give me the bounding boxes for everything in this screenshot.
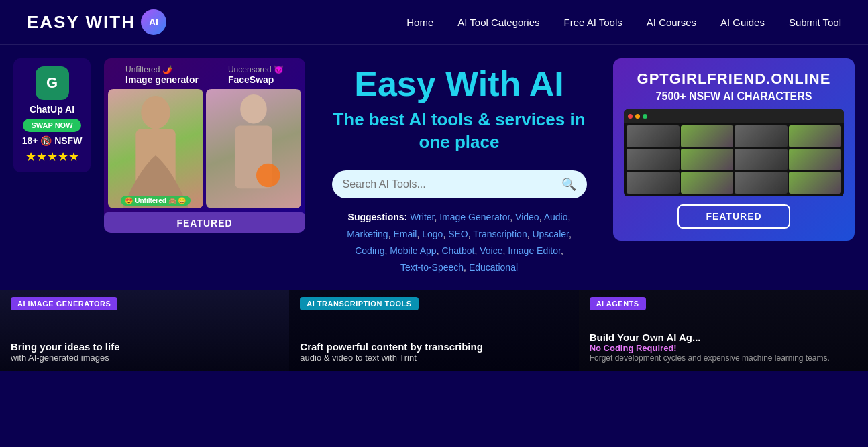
right-ad-subtitle: 7500+ NSFW AI CHARACTERS — [624, 90, 844, 103]
hero-section: G ChatUp AI SWAP NOW 18+ 🔞 NSFW ★★★★★ Un… — [0, 45, 868, 283]
nav-link-categories[interactable]: AI Tool Categories — [457, 17, 539, 28]
card-subtitle3-agents: No Coding Required! — [590, 343, 857, 353]
nav-link-courses[interactable]: AI Courses — [647, 17, 696, 28]
card-title-image-gen: Bring your ideas to life — [11, 341, 278, 353]
nsfw-label: 18+ 🔞 NSFW — [22, 136, 83, 145]
screenshot-grid — [624, 123, 844, 196]
sc-cell-3 — [735, 125, 788, 147]
sc-cell-7 — [735, 149, 788, 171]
navbar: EASY WITH AI Home AI Tool Categories Fre… — [0, 0, 868, 45]
svg-point-2 — [240, 94, 267, 124]
bottom-card-agents: AI AGENTS Build Your Own AI Ag... No Cod… — [579, 290, 868, 371]
left-ad: G ChatUp AI SWAP NOW 18+ 🔞 NSFW ★★★★★ — [13, 58, 91, 172]
card-badge-image-gen: AI IMAGE GENERATORS — [11, 297, 117, 310]
ad-label-left-sub: Image generator — [125, 74, 199, 85]
search-icon[interactable]: 🔍 — [561, 177, 576, 192]
ad-image-right — [206, 89, 301, 208]
suggestion-upscaler[interactable]: Upscaler — [532, 229, 568, 239]
sc-cell-4 — [789, 125, 842, 147]
svg-point-4 — [256, 164, 280, 188]
sc-cell-9 — [627, 172, 680, 194]
right-ad-featured-button[interactable]: FEATURED — [677, 204, 790, 229]
dot-yellow — [635, 114, 640, 119]
card-badge-agents: AI AGENTS — [590, 297, 646, 310]
sc-cell-1 — [627, 125, 680, 147]
search-bar: 🔍 — [332, 170, 587, 198]
ad-label-right-sub: FaceSwap — [228, 74, 274, 85]
sc-cell-10 — [681, 172, 734, 194]
suggestion-marketing[interactable]: Marketing — [347, 229, 388, 239]
center-ad-header: Unfiltered 🌶️ Image generator Uncensored… — [104, 58, 305, 85]
suggestion-chatbot[interactable]: Chatbot — [441, 245, 474, 256]
sc-cell-11 — [735, 172, 788, 194]
swap-now-button[interactable]: SWAP NOW — [23, 119, 80, 132]
nav-link-submit[interactable]: Submit Tool — [789, 17, 841, 28]
ad-images: 😍 Unfiltered 🙈 😄 — [104, 85, 305, 212]
right-ad-screenshot — [624, 109, 844, 196]
suggestion-image-editor[interactable]: Image Editor — [508, 245, 561, 256]
center-ad: Unfiltered 🌶️ Image generator Uncensored… — [104, 58, 305, 233]
bottom-cards: AI IMAGE GENERATORS Bring your ideas to … — [0, 290, 868, 371]
logo[interactable]: EASY WITH AI — [27, 9, 166, 35]
ad-label-right-main: Uncensored 😈 — [228, 65, 284, 74]
hero-center: Easy With AI The best AI tools & service… — [319, 58, 600, 283]
suggestion-audio[interactable]: Audio — [544, 212, 568, 222]
nav-link-home[interactable]: Home — [406, 17, 433, 28]
suggestion-image-generator[interactable]: Image Generator — [439, 212, 510, 222]
chatup-icon: G — [46, 74, 58, 92]
chatup-title: ChatUp AI — [30, 104, 74, 115]
search-input[interactable] — [343, 178, 561, 190]
logo-badge: AI — [141, 9, 166, 35]
bottom-card-transcription: AI TRANSCRIPTION TOOLS Craft powerful co… — [289, 290, 578, 371]
suggestions: Suggestions: Writer, Image Generator, Vi… — [347, 209, 572, 277]
nav-link-guides[interactable]: AI Guides — [720, 17, 765, 28]
suggestion-email[interactable]: Email — [393, 229, 417, 239]
screenshot-titlebar — [624, 109, 844, 123]
suggestion-coding[interactable]: Coding — [355, 245, 384, 256]
ad-label-right: Uncensored 😈 FaceSwap — [228, 65, 284, 85]
suggestion-voice[interactable]: Voice — [480, 245, 502, 256]
suggestion-writer[interactable]: Writer — [410, 212, 434, 222]
chatup-logo: G — [36, 66, 69, 100]
card-title-agents: Build Your Own AI Ag... — [590, 332, 857, 343]
suggestion-seo[interactable]: SEO — [448, 229, 468, 239]
sc-cell-12 — [789, 172, 842, 194]
sc-cell-2 — [681, 125, 734, 147]
nav-link-free[interactable]: Free AI Tools — [564, 17, 622, 28]
sc-cell-5 — [627, 149, 680, 171]
svg-point-0 — [141, 96, 170, 129]
card-title-transcription: Craft powerful content by transcribing — [300, 341, 567, 353]
suggestions-label: Suggestions: — [348, 212, 408, 222]
suggestion-tts[interactable]: Text-to-Speech — [400, 262, 464, 273]
card-badge-transcription: AI TRANSCRIPTION TOOLS — [300, 297, 418, 310]
hero-title: Easy With AI — [354, 65, 564, 103]
ad-image-left: 😍 Unfiltered 🙈 😄 — [108, 89, 203, 208]
nav-links: Home AI Tool Categories Free AI Tools AI… — [406, 17, 841, 28]
ad-label-left: Unfiltered 🌶️ Image generator — [125, 65, 199, 85]
suggestion-educational[interactable]: Educational — [469, 262, 518, 273]
hero-subtitle: The best AI tools & services in one plac… — [319, 109, 600, 154]
sc-cell-6 — [681, 149, 734, 171]
unfiltered-tag: 😍 Unfiltered 🙈 😄 — [121, 196, 190, 206]
suggestion-logo[interactable]: Logo — [422, 229, 443, 239]
dot-green — [643, 114, 647, 119]
suggestion-mobile-app[interactable]: Mobile App — [390, 245, 436, 256]
logo-text: EASY WITH — [27, 12, 135, 33]
center-ad-featured-button[interactable]: FEATURED — [104, 212, 305, 233]
nsfw-badge: 18+ 🔞 NSFW — [22, 136, 83, 145]
sc-cell-8 — [789, 149, 842, 171]
ad-label-left-main: Unfiltered 🌶️ — [125, 65, 199, 74]
card-subtitle-transcription: audio & video to text with Trint — [300, 353, 567, 363]
suggestion-transcription[interactable]: Transcription — [473, 229, 527, 239]
star-rating: ★★★★★ — [25, 149, 79, 164]
right-ad-title: GPTGIRLFRIEND.ONLINE — [624, 70, 844, 88]
dot-red — [628, 114, 633, 119]
card-desc-agents: Forget development cycles and expensive … — [590, 353, 857, 363]
right-ad: GPTGIRLFRIEND.ONLINE 7500+ NSFW AI CHARA… — [613, 58, 855, 241]
suggestion-video[interactable]: Video — [515, 212, 539, 222]
bottom-card-image-gen: AI IMAGE GENERATORS Bring your ideas to … — [0, 290, 289, 371]
card-subtitle-image-gen: with AI-generated images — [11, 353, 278, 363]
